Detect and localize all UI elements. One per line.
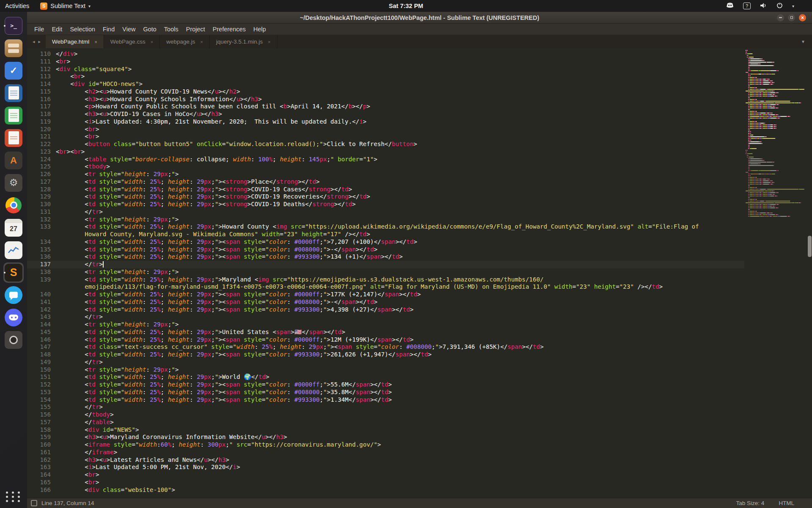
line-number: 123	[27, 148, 51, 156]
code-line: 149 </tr>	[27, 359, 744, 366]
line-number: 145	[27, 329, 51, 336]
menu-tools[interactable]: Tools	[160, 25, 182, 34]
line-number: 129	[27, 193, 51, 201]
dock-item-writer[interactable]	[3, 83, 24, 103]
line-number: 166	[27, 486, 51, 494]
code-line: 166 <div class="website-100">	[27, 486, 744, 494]
code-line: 122 <button class="button button5" onCli…	[27, 141, 744, 148]
discord-tray-icon[interactable]	[726, 3, 734, 10]
software-center-icon: A	[5, 152, 22, 169]
input-method-icon[interactable]: ?	[743, 3, 751, 9]
scrollbar[interactable]	[808, 48, 812, 498]
line-number: 142	[27, 306, 51, 314]
line-number: 130	[27, 201, 51, 208]
menu-project[interactable]: Project	[182, 25, 209, 34]
scroll-right-icon[interactable]: ▸	[38, 39, 41, 44]
tab-webpage-js[interactable]: webpage.js×	[160, 35, 210, 48]
dock-item-terminal[interactable]: >_	[3, 16, 24, 36]
presentation-icon	[5, 129, 22, 147]
dock-item-chrome[interactable]	[3, 195, 24, 215]
code-line: 159 <h3><u>Maryland Coronavirus Informat…	[27, 433, 744, 441]
dock-item-calendar[interactable]: 27	[3, 218, 24, 238]
tab-close-icon[interactable]: ×	[94, 39, 97, 44]
menu-selection[interactable]: Selection	[66, 25, 99, 34]
close-button[interactable]: ×	[799, 14, 806, 21]
maximize-button[interactable]	[788, 14, 795, 21]
menu-goto[interactable]: Goto	[139, 25, 160, 34]
dock-item-screenshot[interactable]	[3, 330, 24, 350]
code-line: 137 </tr>	[27, 261, 744, 268]
dock-item-messenger[interactable]	[3, 285, 24, 305]
minimap[interactable]	[744, 48, 806, 498]
dock-item-files[interactable]	[3, 38, 24, 58]
code-line: 154 <td style="width: 25%; height: 29px;…	[27, 396, 744, 404]
code-line: 162 <h3><u>Latest Articles and News</u><…	[27, 456, 744, 464]
scrollbar-thumb[interactable]	[808, 236, 812, 257]
caret-down-icon[interactable]: ▾	[792, 4, 794, 8]
code-line-wrap: emojipedia/113/flag-for-maryland-usmd_1f…	[27, 283, 744, 291]
code-line: 131 </tr>	[27, 208, 744, 216]
menu-view[interactable]: View	[118, 25, 139, 34]
activities-button[interactable]: Activities	[5, 3, 29, 9]
menu-edit[interactable]: Edit	[48, 25, 66, 34]
volume-icon[interactable]	[760, 3, 767, 10]
line-number: 122	[27, 141, 51, 148]
line-number: 118	[27, 110, 51, 118]
dock-item-software[interactable]: A	[3, 150, 24, 171]
app-menu-label: Sublime Text	[50, 3, 85, 9]
tab-label: WebPage.css	[110, 39, 145, 45]
code-line: 130 <td style="width: 25%; height: 29px;…	[27, 201, 744, 208]
dock-item-monitor[interactable]	[3, 240, 24, 260]
editor-area[interactable]: 110</div>111<br>112<div class="square4">…	[27, 48, 812, 498]
tab-label: webpage.js	[166, 39, 195, 45]
app-menu-button[interactable]: S Sublime Text ▾	[40, 3, 91, 10]
line-number: 112	[27, 66, 51, 73]
menu-preferences[interactable]: Preferences	[209, 25, 250, 34]
line-number: 150	[27, 366, 51, 374]
line-number	[27, 231, 51, 238]
menu-file[interactable]: File	[30, 25, 48, 34]
tab-close-icon[interactable]: ×	[200, 39, 203, 44]
line-number: 159	[27, 433, 51, 441]
tab-size-indicator[interactable]: Tab Size: 4	[736, 500, 764, 506]
line-number: 147	[27, 343, 51, 351]
window-titlebar[interactable]: ~/Desktop/HackAThonProjectt100/WebPage.h…	[27, 12, 812, 24]
code-line: 126 <tr style="height: 29px;">	[27, 171, 744, 178]
tab-jquery-3-5-1-min-js[interactable]: jquery-3.5.1.min.js×	[210, 35, 277, 48]
dock-item-todo[interactable]: ✓	[3, 61, 24, 81]
line-number: 158	[27, 426, 51, 434]
tab-webpage-css[interactable]: WebPage.css×	[104, 35, 160, 48]
dock-item-impress[interactable]	[3, 128, 24, 148]
dock-item-discord[interactable]	[3, 307, 24, 328]
syntax-indicator[interactable]: HTML	[779, 500, 794, 506]
power-icon[interactable]	[776, 2, 783, 10]
line-number: 120	[27, 126, 51, 133]
tab-webpage-html[interactable]: WebPage.html×	[46, 35, 104, 48]
dock-item-settings[interactable]: ⚙	[3, 173, 24, 193]
app-grid-button[interactable]	[6, 491, 22, 502]
scroll-left-icon[interactable]: ◂	[33, 39, 35, 44]
code-line: 134 <td style="width: 25%; height: 29px;…	[27, 238, 744, 246]
code-line: 120 <br>	[27, 126, 744, 133]
vintage-mode-icon[interactable]	[31, 500, 37, 506]
menu-help[interactable]: Help	[250, 25, 270, 34]
line-number: 136	[27, 253, 51, 261]
tab-close-icon[interactable]: ×	[151, 39, 153, 44]
code-line: 123<br><br>	[27, 148, 744, 156]
minimize-button[interactable]	[777, 14, 784, 21]
code-line: 138 <tr style="height: 29px;">	[27, 268, 744, 276]
tab-overflow-caret-icon[interactable]: ▼	[801, 35, 805, 48]
line-number: 165	[27, 479, 51, 486]
code-line: 145 <td style="width: 25%; height: 29px;…	[27, 329, 744, 336]
clock[interactable]: Sat 7:32 PM	[389, 3, 423, 9]
code-area[interactable]: 110</div>111<br>112<div class="square4">…	[27, 50, 744, 494]
code-line: 125 <tbody>	[27, 163, 744, 171]
discord-icon	[5, 309, 22, 326]
line-number: 121	[27, 133, 51, 141]
code-line: 163 <i>Last Updated 5:00 PM, 21st Nov, 2…	[27, 464, 744, 471]
tab-close-icon[interactable]: ×	[268, 39, 270, 44]
dock-item-sublime-text[interactable]: S	[3, 262, 24, 283]
menu-find[interactable]: Find	[99, 25, 118, 34]
dock-item-calc[interactable]	[3, 105, 24, 126]
code-line: 143 </tr>	[27, 313, 744, 321]
